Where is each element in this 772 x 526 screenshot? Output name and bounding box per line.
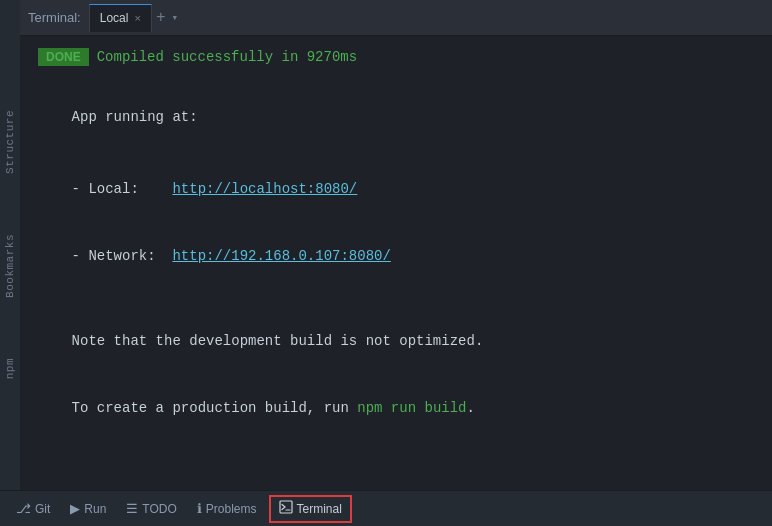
tab-dropdown-icon[interactable]: ▾	[171, 11, 178, 24]
local-url-line: - Local: http://localhost:8080/	[38, 155, 754, 222]
bottom-bar: ⎇ Git ▶ Run ☰ TODO ℹ Problems Terminal	[0, 490, 772, 526]
git-label: Git	[35, 502, 50, 516]
tab-add-icon[interactable]: +	[156, 10, 166, 26]
app-running-label: App running at:	[72, 109, 198, 125]
svg-rect-0	[280, 501, 292, 513]
tab-local-label: Local	[100, 11, 129, 25]
todo-label: TODO	[142, 502, 176, 516]
compile-status-line: DONE Compiled successfully in 9270ms	[38, 48, 754, 66]
run-label: Run	[84, 502, 106, 516]
bottom-todo[interactable]: ☰ TODO	[118, 495, 184, 523]
run-icon: ▶	[70, 501, 80, 516]
note-text: Note that the development build is not o…	[72, 333, 484, 349]
side-panel: Structure Bookmarks npm	[0, 0, 20, 490]
bottom-run[interactable]: ▶ Run	[62, 495, 114, 523]
local-label: - Local:	[72, 181, 139, 197]
side-label-npm[interactable]: npm	[4, 358, 16, 379]
tab-close-icon[interactable]: ×	[134, 13, 140, 24]
compile-text: Compiled successfully in 9270ms	[97, 49, 357, 65]
network-label: - Network:	[72, 248, 156, 264]
terminal-label: Terminal:	[28, 10, 81, 25]
problems-icon: ℹ	[197, 501, 202, 516]
app-running-section: App running at:	[38, 84, 754, 151]
tab-local[interactable]: Local ×	[89, 4, 152, 32]
side-label-bookmarks[interactable]: Bookmarks	[4, 234, 16, 298]
local-url-link[interactable]: http://localhost:8080/	[172, 181, 357, 197]
tab-bar: Terminal: Local × + ▾	[20, 0, 772, 36]
production-text2: .	[466, 400, 474, 416]
bottom-git[interactable]: ⎇ Git	[8, 495, 58, 523]
production-line: To create a production build, run npm ru…	[38, 375, 754, 442]
network-url-line: - Network: http://192.168.0.107:8080/	[38, 222, 754, 289]
terminal-content: DONE Compiled successfully in 9270ms App…	[20, 36, 772, 490]
npm-run-build-command: npm run build	[357, 400, 466, 416]
network-url-link[interactable]: http://192.168.0.107:8080/	[172, 248, 390, 264]
terminal-bottom-label: Terminal	[297, 502, 342, 516]
note-line: Note that the development build is not o…	[38, 308, 754, 375]
todo-icon: ☰	[126, 501, 138, 516]
git-icon: ⎇	[16, 501, 31, 516]
side-label-structure[interactable]: Structure	[4, 110, 16, 174]
bottom-terminal[interactable]: Terminal	[269, 495, 352, 523]
terminal-bottom-icon	[279, 500, 293, 517]
done-badge: DONE	[38, 48, 89, 66]
production-text1: To create a production build, run	[72, 400, 358, 416]
bottom-problems[interactable]: ℹ Problems	[189, 495, 265, 523]
problems-label: Problems	[206, 502, 257, 516]
